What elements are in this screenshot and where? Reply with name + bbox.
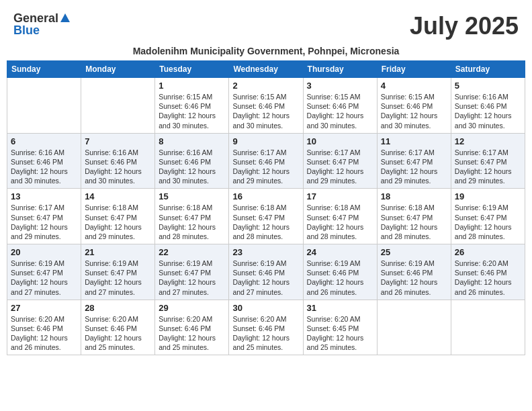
calendar-cell: 21Sunrise: 6:19 AM Sunset: 6:47 PM Dayli… [81,244,155,300]
calendar-cell: 23Sunrise: 6:19 AM Sunset: 6:46 PM Dayli… [229,244,303,300]
day-info: Sunrise: 6:16 AM Sunset: 6:46 PM Dayligh… [85,148,151,186]
calendar-cell: 11Sunrise: 6:17 AM Sunset: 6:47 PM Dayli… [377,133,451,189]
logo: General Blue [13,12,71,36]
column-header-tuesday: Tuesday [155,61,229,78]
day-number: 30 [232,303,299,313]
day-info: Sunrise: 6:20 AM Sunset: 6:46 PM Dayligh… [159,314,225,353]
day-number: 4 [381,81,447,91]
column-header-sunday: Sunday [7,61,81,78]
calendar-cell: 17Sunrise: 6:18 AM Sunset: 6:47 PM Dayli… [303,189,377,244]
column-header-friday: Friday [377,61,451,78]
calendar-cell: 27Sunrise: 6:20 AM Sunset: 6:46 PM Dayli… [7,300,81,355]
day-number: 21 [85,247,151,257]
calendar-cell: 3Sunrise: 6:15 AM Sunset: 6:46 PM Daylig… [303,78,377,134]
day-number: 22 [159,247,225,257]
calendar-week-row: 6Sunrise: 6:16 AM Sunset: 6:46 PM Daylig… [7,133,525,189]
calendar-week-row: 20Sunrise: 6:19 AM Sunset: 6:47 PM Dayli… [7,244,525,300]
day-number: 7 [85,136,151,146]
calendar-cell: 19Sunrise: 6:19 AM Sunset: 6:47 PM Dayli… [451,189,525,244]
svg-marker-0 [60,13,70,22]
day-number: 20 [11,247,77,257]
day-info: Sunrise: 6:19 AM Sunset: 6:47 PM Dayligh… [85,259,151,297]
calendar-cell: 29Sunrise: 6:20 AM Sunset: 6:46 PM Dayli… [155,300,229,355]
day-number: 5 [455,81,521,91]
calendar-cell: 28Sunrise: 6:20 AM Sunset: 6:46 PM Dayli… [81,300,155,355]
day-info: Sunrise: 6:16 AM Sunset: 6:46 PM Dayligh… [455,92,521,130]
day-number: 6 [11,136,77,146]
day-number: 10 [307,136,373,146]
day-number: 12 [455,136,521,146]
day-info: Sunrise: 6:18 AM Sunset: 6:47 PM Dayligh… [307,203,373,241]
day-number: 23 [232,247,299,257]
calendar-cell: 22Sunrise: 6:19 AM Sunset: 6:47 PM Dayli… [155,244,229,300]
day-number: 27 [11,303,77,313]
day-info: Sunrise: 6:15 AM Sunset: 6:46 PM Dayligh… [232,92,299,130]
day-number: 25 [381,247,447,257]
day-info: Sunrise: 6:18 AM Sunset: 6:47 PM Dayligh… [381,203,447,241]
day-number: 16 [232,191,299,201]
calendar-week-row: 13Sunrise: 6:17 AM Sunset: 6:47 PM Dayli… [7,189,525,244]
day-number: 8 [159,136,225,146]
day-info: Sunrise: 6:16 AM Sunset: 6:46 PM Dayligh… [11,148,77,186]
logo-general-text: General [13,12,58,24]
column-header-wednesday: Wednesday [229,61,303,78]
day-info: Sunrise: 6:19 AM Sunset: 6:46 PM Dayligh… [381,259,447,297]
calendar-cell: 31Sunrise: 6:20 AM Sunset: 6:45 PM Dayli… [303,300,377,355]
column-header-monday: Monday [81,61,155,78]
day-info: Sunrise: 6:16 AM Sunset: 6:46 PM Dayligh… [159,148,225,186]
day-info: Sunrise: 6:17 AM Sunset: 6:47 PM Dayligh… [307,148,373,186]
day-info: Sunrise: 6:19 AM Sunset: 6:46 PM Dayligh… [307,259,373,297]
day-number: 15 [159,191,225,201]
day-number: 18 [381,191,447,201]
day-number: 3 [307,81,373,91]
calendar-cell: 15Sunrise: 6:18 AM Sunset: 6:47 PM Dayli… [155,189,229,244]
calendar-cell: 9Sunrise: 6:17 AM Sunset: 6:46 PM Daylig… [229,133,303,189]
calendar-cell: 13Sunrise: 6:17 AM Sunset: 6:47 PM Dayli… [7,189,81,244]
calendar-cell: 26Sunrise: 6:20 AM Sunset: 6:46 PM Dayli… [451,244,525,300]
day-info: Sunrise: 6:17 AM Sunset: 6:46 PM Dayligh… [232,148,299,186]
calendar-subtitle: Madolenihm Municipality Government, Pohn… [7,46,525,56]
day-number: 26 [455,247,521,257]
calendar-cell: 18Sunrise: 6:18 AM Sunset: 6:47 PM Dayli… [377,189,451,244]
calendar-cell: 25Sunrise: 6:19 AM Sunset: 6:46 PM Dayli… [377,244,451,300]
calendar-cell: 4Sunrise: 6:15 AM Sunset: 6:46 PM Daylig… [377,78,451,134]
day-number: 14 [85,191,151,201]
calendar-week-row: 1Sunrise: 6:15 AM Sunset: 6:46 PM Daylig… [7,78,525,134]
month-title: July 2025 [410,12,519,40]
day-info: Sunrise: 6:20 AM Sunset: 6:46 PM Dayligh… [85,314,151,353]
day-number: 11 [381,136,447,146]
day-info: Sunrise: 6:20 AM Sunset: 6:46 PM Dayligh… [232,314,299,353]
calendar-cell: 16Sunrise: 6:18 AM Sunset: 6:47 PM Dayli… [229,189,303,244]
day-info: Sunrise: 6:20 AM Sunset: 6:45 PM Dayligh… [307,314,373,353]
calendar-cell [377,300,451,355]
day-number: 28 [85,303,151,313]
day-info: Sunrise: 6:18 AM Sunset: 6:47 PM Dayligh… [159,203,225,241]
calendar-cell: 8Sunrise: 6:16 AM Sunset: 6:46 PM Daylig… [155,133,229,189]
calendar-cell: 30Sunrise: 6:20 AM Sunset: 6:46 PM Dayli… [229,300,303,355]
day-info: Sunrise: 6:17 AM Sunset: 6:47 PM Dayligh… [11,203,77,241]
day-number: 29 [159,303,225,313]
calendar-cell [7,78,81,134]
day-info: Sunrise: 6:20 AM Sunset: 6:46 PM Dayligh… [11,314,77,353]
day-info: Sunrise: 6:20 AM Sunset: 6:46 PM Dayligh… [455,259,521,297]
day-number: 2 [232,81,299,91]
day-info: Sunrise: 6:15 AM Sunset: 6:46 PM Dayligh… [381,92,447,130]
day-info: Sunrise: 6:17 AM Sunset: 6:47 PM Dayligh… [455,148,521,186]
day-info: Sunrise: 6:18 AM Sunset: 6:47 PM Dayligh… [232,203,299,241]
calendar-cell: 6Sunrise: 6:16 AM Sunset: 6:46 PM Daylig… [7,133,81,189]
column-header-saturday: Saturday [451,61,525,78]
day-number: 17 [307,191,373,201]
calendar-header-row: SundayMondayTuesdayWednesdayThursdayFrid… [7,61,525,78]
day-number: 9 [232,136,299,146]
day-info: Sunrise: 6:19 AM Sunset: 6:46 PM Dayligh… [232,259,299,297]
calendar-cell: 2Sunrise: 6:15 AM Sunset: 6:46 PM Daylig… [229,78,303,134]
day-number: 31 [307,303,373,313]
calendar-cell: 20Sunrise: 6:19 AM Sunset: 6:47 PM Dayli… [7,244,81,300]
calendar-cell: 14Sunrise: 6:18 AM Sunset: 6:47 PM Dayli… [81,189,155,244]
logo-blue-text: Blue [13,24,40,36]
calendar-cell: 5Sunrise: 6:16 AM Sunset: 6:46 PM Daylig… [451,78,525,134]
calendar-cell [81,78,155,134]
logo-icon [60,13,71,24]
page-header: General Blue July 2025 [7,7,525,43]
calendar-cell: 12Sunrise: 6:17 AM Sunset: 6:47 PM Dayli… [451,133,525,189]
